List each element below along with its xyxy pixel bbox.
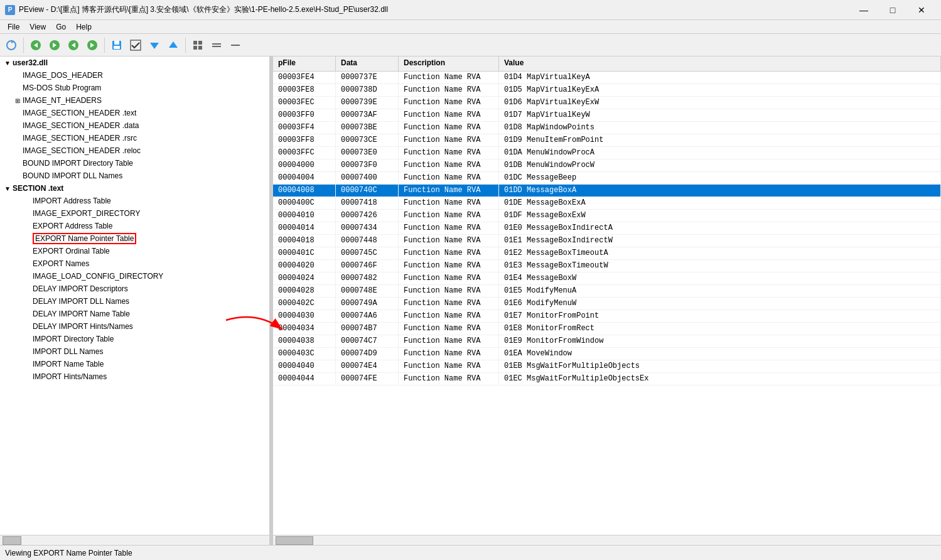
menu-bar: File View Go Help [0, 20, 941, 34]
tree-item-delay-hints[interactable]: DELAY IMPORT Hints/Names [0, 320, 269, 333]
table-cell: Function Name RVA [399, 260, 499, 272]
table-row[interactable]: 0000401400007434Function Name RVA01E0 Me… [273, 222, 941, 235]
table-row[interactable]: 00004034000074B7Function Name RVA01E8 Mo… [273, 323, 941, 335]
table-cell: 01DD MessageBoxA [499, 185, 941, 197]
table-cell: 0000745C [336, 247, 399, 259]
table-cell: 01E7 MonitorFromPoint [499, 310, 941, 322]
table-cell: 00004014 [273, 222, 336, 234]
table-row[interactable]: 00003FEC0000739EFunction Name RVA01D6 Ma… [273, 97, 941, 109]
table-row[interactable]: 0000401C0000745CFunction Name RVA01E2 Me… [273, 247, 941, 260]
table-row[interactable]: 0000400C00007418Function Name RVA01DE Me… [273, 197, 941, 210]
toolbar-refresh[interactable] [3, 36, 20, 54]
toolbar-back[interactable] [27, 36, 45, 54]
table-row[interactable]: 00004044000074FEFunction Name RVA01EC Ms… [273, 373, 941, 385]
minimize-button[interactable]: — [849, 0, 878, 20]
table-row[interactable]: 00004000000073F0Function Name RVA01DB Me… [273, 159, 941, 172]
tree-item-bound-import-dll[interactable]: BOUND IMPORT DLL Names [0, 170, 269, 182]
tree-item-import-dll[interactable]: IMPORT DLL Names [0, 345, 269, 358]
table-row[interactable]: 00003FF8000073CEFunction Name RVA01D9 Me… [273, 134, 941, 147]
tree-item-export-names[interactable]: EXPORT Names [0, 257, 269, 270]
maximize-button[interactable]: □ [878, 0, 907, 20]
toolbar-minus[interactable] [227, 36, 244, 54]
table-cell: 0000749A [336, 298, 399, 310]
tree-item-import-hints[interactable]: IMPORT Hints/Names [0, 370, 269, 383]
tree-item-export-name-ptr[interactable]: EXPORT Name Pointer Table [0, 232, 269, 245]
table-cell: 01EB MsgWaitForMultipleObjects [499, 360, 941, 372]
table-row[interactable]: 00003FF0000073AFFunction Name RVA01D7 Ma… [273, 109, 941, 122]
table-cell: 0000403C [273, 348, 336, 360]
menu-file[interactable]: File [3, 21, 24, 33]
close-button[interactable]: ✕ [907, 0, 936, 20]
tree-item-import-addr[interactable]: IMPORT Address Table [0, 195, 269, 207]
tree-item-import-dir-table[interactable]: IMPORT Directory Table [0, 333, 269, 345]
toolbar-save[interactable] [108, 36, 126, 54]
tree-container[interactable]: ▼ user32.dll IMAGE_DOS_HEADER MS-DOS Stu… [0, 57, 269, 535]
toolbar-up1[interactable] [164, 36, 182, 54]
toolbar-grid[interactable] [189, 36, 207, 54]
table-cell: 01D9 MenuItemFromPoint [499, 134, 941, 146]
table-cell: 0000737E [336, 72, 399, 83]
tree-item-bound-import-dir[interactable]: BOUND IMPORT Directory Table [0, 157, 269, 170]
table-cell: 00003FE8 [273, 84, 336, 96]
toolbar-sep-1 [23, 38, 24, 53]
tree-item-import-name-table[interactable]: IMPORT Name Table [0, 358, 269, 370]
nt-expander[interactable]: ⊞ [13, 97, 23, 104]
tree-item-delay-dll[interactable]: DELAY IMPORT DLL Names [0, 295, 269, 308]
tree-item-section-data-hdr[interactable]: IMAGE_SECTION_HEADER .data [0, 119, 269, 132]
toolbar-checkmark[interactable] [127, 36, 144, 54]
tree-item-section-reloc-hdr[interactable]: IMAGE_SECTION_HEADER .reloc [0, 144, 269, 157]
table-body[interactable]: 00003FE40000737EFunction Name RVA01D4 Ma… [273, 72, 941, 535]
tree-item-section-text-hdr[interactable]: IMAGE_SECTION_HEADER .text [0, 107, 269, 119]
toolbar-forward[interactable] [46, 36, 63, 54]
table-cell: 0000746F [336, 260, 399, 272]
table-row[interactable]: 000040080000740CFunction Name RVA01DD Me… [273, 185, 941, 197]
tree-item-export-addr[interactable]: EXPORT Address Table [0, 220, 269, 232]
tree-root[interactable]: ▼ user32.dll [0, 57, 269, 69]
table-row[interactable]: 00003FE40000737EFunction Name RVA01D4 Ma… [273, 72, 941, 84]
table-row[interactable]: 00003FFC000073E0Function Name RVA01DA Me… [273, 147, 941, 159]
table-cell: 01E5 ModifyMenuA [499, 285, 941, 297]
svg-marker-14 [169, 41, 178, 48]
table-row[interactable]: 00004030000074A6Function Name RVA01E7 Mo… [273, 310, 941, 323]
table-cell: Function Name RVA [399, 373, 499, 385]
table-row[interactable]: 0000401000007426Function Name RVA01DF Me… [273, 210, 941, 222]
tree-item-section-text[interactable]: ▼ SECTION .text [0, 182, 269, 195]
table-row[interactable]: 0000403C000074D9Function Name RVA01EA Mo… [273, 348, 941, 360]
table-row[interactable]: 00003FE80000738DFunction Name RVA01D5 Ma… [273, 84, 941, 97]
table-row[interactable]: 0000402400007482Function Name RVA01E4 Me… [273, 272, 941, 285]
menu-view[interactable]: View [24, 21, 51, 33]
table-cell: Function Name RVA [399, 172, 499, 184]
tree-item-nt-headers[interactable]: ⊞ IMAGE_NT_HEADERS [0, 94, 269, 107]
table-row[interactable]: 000040200000746FFunction Name RVA01E3 Me… [273, 260, 941, 272]
tree-hscroll[interactable] [0, 535, 269, 545]
svg-rect-19 [212, 43, 221, 45]
table-row[interactable]: 000040280000748EFunction Name RVA01E5 Mo… [273, 285, 941, 298]
toolbar-equals[interactable] [208, 36, 225, 54]
table-cell: Function Name RVA [399, 122, 499, 134]
table-row[interactable]: 00003FF4000073BEFunction Name RVA01D8 Ma… [273, 122, 941, 134]
section-text-expander[interactable]: ▼ [3, 185, 13, 192]
tree-item-load-config[interactable]: IMAGE_LOAD_CONFIG_DIRECTORY [0, 270, 269, 283]
table-row[interactable]: 0000400400007400Function Name RVA01DC Me… [273, 172, 941, 185]
tree-item-delay-desc[interactable]: DELAY IMPORT Descriptors [0, 283, 269, 295]
tree-item-dos-header[interactable]: IMAGE_DOS_HEADER [0, 69, 269, 82]
toolbar-next[interactable] [83, 36, 101, 54]
tree-item-msdos-stub[interactable]: MS-DOS Stub Program [0, 82, 269, 94]
table-cell: 000073F0 [336, 159, 399, 171]
table-cell: 01E2 MessageBoxTimeoutA [499, 247, 941, 259]
menu-help[interactable]: Help [71, 21, 97, 33]
table-row[interactable]: 00004038000074C7Function Name RVA01E9 Mo… [273, 335, 941, 348]
tree-item-section-rsrc-hdr[interactable]: IMAGE_SECTION_HEADER .rsrc [0, 132, 269, 144]
table-row[interactable]: 0000401800007448Function Name RVA01E1 Me… [273, 235, 941, 247]
tree-item-export-ordinal[interactable]: EXPORT Ordinal Table [0, 245, 269, 257]
table-row[interactable]: 00004040000074E4Function Name RVA01EB Ms… [273, 360, 941, 373]
toolbar-down1[interactable] [146, 36, 163, 54]
table-cell: 00003FF4 [273, 122, 336, 134]
tree-item-delay-name-table[interactable]: DELAY IMPORT Name Table [0, 308, 269, 320]
tree-item-export-dir[interactable]: IMAGE_EXPORT_DIRECTORY [0, 207, 269, 220]
toolbar-prev[interactable] [65, 36, 82, 54]
menu-go[interactable]: Go [51, 21, 71, 33]
table-row[interactable]: 0000402C0000749AFunction Name RVA01E6 Mo… [273, 298, 941, 310]
table-hscroll[interactable] [273, 535, 941, 545]
root-expander[interactable]: ▼ [3, 60, 13, 67]
